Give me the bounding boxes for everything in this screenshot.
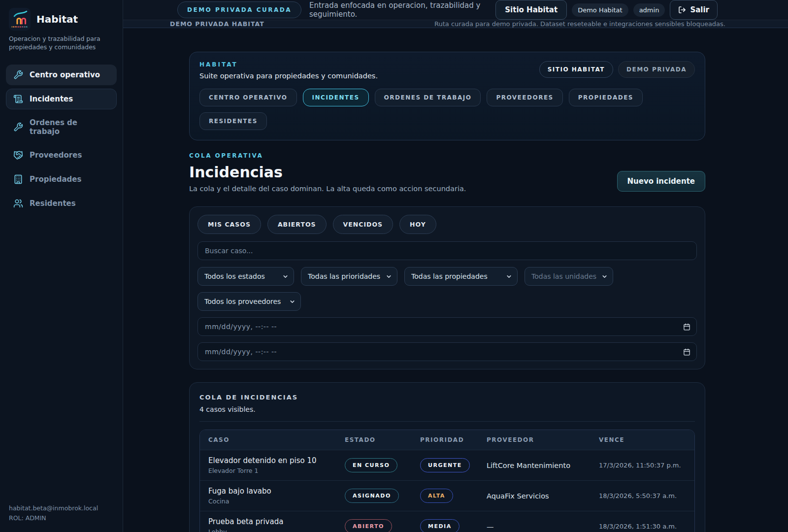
- unidad-select[interactable]: Todas las unidades: [525, 267, 613, 286]
- case-title: Prueba beta privada: [208, 517, 345, 526]
- logout-button[interactable]: Salir: [670, 0, 718, 20]
- status-badge: ASIGNADO: [345, 489, 399, 503]
- sidebar-item-label: Residentes: [30, 199, 76, 208]
- sidebar-item-label: Propiedades: [30, 175, 81, 184]
- page-content: HABITAT Suite operativa para propiedades…: [123, 28, 788, 532]
- wrench-icon: [13, 70, 23, 80]
- incident-table: CASO ESTADO PRIORIDAD PROVEEDOR VENCE El…: [199, 430, 695, 532]
- table-row[interactable]: Prueba beta privada Lobby ABIERTO MEDIA …: [200, 511, 694, 532]
- environment-bar: DEMO PRIVADA HABITAT Ruta curada para de…: [123, 20, 788, 28]
- inmobrok-logo-icon: INMOBROK: [10, 9, 29, 29]
- sidebar-item-label: Proveedores: [30, 151, 82, 160]
- suite-subtitle: Suite operativa para propiedades y comun…: [199, 72, 378, 80]
- sidebar-footer: habitat.beta@inmobrok.local ROL: ADMIN: [6, 503, 117, 523]
- tab-ordenes-de-trabajo[interactable]: ORDENES DE TRABAJO: [375, 89, 481, 106]
- filter-abiertos-button[interactable]: ABIERTOS: [267, 215, 327, 234]
- table-row[interactable]: Elevador detenido en piso 10 Elevador To…: [200, 450, 694, 480]
- estado-select-control[interactable]: Todos los estados: [198, 267, 294, 285]
- due-cell: 18/3/2026, 5:50:37 a.m.: [599, 492, 686, 499]
- sitio-habitat-button[interactable]: Sitio Habitat: [495, 0, 567, 20]
- main-area: DEMO PRIVADA CURADA Entrada enfocada en …: [123, 0, 788, 532]
- tab-residentes[interactable]: RESIDENTES: [199, 112, 267, 130]
- filter-selects-row-2: Todos los proveedores: [197, 292, 697, 311]
- scroll-icon: [13, 94, 23, 104]
- search-input[interactable]: [197, 241, 697, 260]
- column-header-prioridad: PRIORIDAD: [420, 436, 487, 443]
- quick-filters: MIS CASOS ABIERTOS VENCIDOS HOY: [197, 215, 697, 234]
- suite-brand: HABITAT: [199, 61, 378, 68]
- date-to-field[interactable]: [197, 342, 697, 361]
- prioridad-select[interactable]: Todas las prioridades: [301, 267, 397, 286]
- calendar-icon[interactable]: [683, 323, 690, 331]
- brand-row: INMOBROK Habitat: [6, 8, 117, 31]
- filter-hoy-button[interactable]: HOY: [399, 215, 436, 234]
- due-cell: 18/3/2026, 1:51:30 a.m.: [599, 523, 686, 530]
- proveedor-select[interactable]: Todos los proveedores: [197, 292, 301, 311]
- sidebar-item-incidentes[interactable]: Incidentes: [6, 89, 117, 109]
- user-pill: admin: [633, 3, 665, 17]
- sidebar-item-residentes[interactable]: Residentes: [6, 193, 117, 214]
- date-from-field[interactable]: [197, 317, 697, 336]
- logout-label: Salir: [690, 5, 709, 14]
- environment-note: Ruta curada para demo privada. Dataset r…: [434, 20, 725, 28]
- table-row[interactable]: Fuga bajo lavabo Cocina ASIGNADO ALTA Aq…: [200, 480, 694, 511]
- sidebar-item-propiedades[interactable]: Propiedades: [6, 169, 117, 190]
- suite-card: HABITAT Suite operativa para propiedades…: [189, 52, 705, 140]
- queue-title: COLA DE INCIDENCIAS: [199, 394, 695, 401]
- column-header-proveedor: PROVEEDOR: [487, 436, 599, 443]
- priority-badge: URGENTE: [420, 458, 470, 472]
- demo-mode-badge: DEMO PRIVADA CURADA: [177, 1, 301, 18]
- date-to-input[interactable]: [205, 348, 683, 356]
- provider-cell: LiftCore Mantenimiento: [487, 462, 599, 469]
- page-title: Incidencias: [189, 164, 466, 181]
- filters-card: MIS CASOS ABIERTOS VENCIDOS HOY Todos lo…: [189, 206, 705, 369]
- tab-propiedades[interactable]: PROPIEDADES: [569, 89, 643, 106]
- page-eyebrow: COLA OPERATIVA: [189, 152, 466, 159]
- due-cell: 17/3/2026, 11:50:37 p.m.: [599, 462, 686, 469]
- prioridad-select-control[interactable]: Todas las prioridades: [301, 267, 397, 285]
- estado-select[interactable]: Todos los estados: [197, 267, 294, 286]
- sidebar-nav: Centro operativo Incidentes Ordenes de t…: [6, 65, 117, 214]
- new-incident-button[interactable]: Nuevo incidente: [617, 171, 706, 192]
- proveedor-select-control[interactable]: Todos los proveedores: [198, 293, 300, 310]
- handshake-icon: [13, 150, 23, 160]
- tenant-pill: Demo Habitat: [572, 3, 628, 17]
- tab-incidentes[interactable]: INCIDENTES: [303, 89, 369, 106]
- suite-sitio-habitat-button[interactable]: SITIO HABITAT: [539, 61, 613, 78]
- tab-centro-operativo[interactable]: CENTRO OPERATIVO: [199, 89, 297, 106]
- propiedad-select-control[interactable]: Todas las propiedades: [405, 267, 517, 285]
- page-subtitle: La cola y el detalle del caso dominan. L…: [189, 185, 466, 193]
- priority-badge: ALTA: [420, 489, 453, 503]
- sidebar-item-ordenes-de-trabajo[interactable]: Ordenes de trabajo: [6, 113, 117, 141]
- propiedad-select[interactable]: Todas las propiedades: [404, 267, 518, 286]
- case-title: Fuga bajo lavabo: [208, 487, 345, 496]
- app-tagline: Operacion y trazabilidad para propiedade…: [6, 35, 117, 52]
- provider-cell: —: [487, 523, 599, 531]
- calendar-icon[interactable]: [683, 348, 690, 356]
- environment-label: DEMO PRIVADA HABITAT: [170, 20, 264, 28]
- status-badge: EN CURSO: [345, 458, 397, 472]
- case-title: Elevador detenido en piso 10: [208, 456, 345, 465]
- filter-vencidos-button[interactable]: VENCIDOS: [333, 215, 394, 234]
- filter-selects-row: Todos los estados Todas las prioridades: [197, 267, 697, 286]
- sidebar-item-label: Ordenes de trabajo: [30, 118, 109, 136]
- sidebar: INMOBROK Habitat Operacion y trazabilida…: [0, 0, 123, 532]
- sidebar-item-centro-operativo[interactable]: Centro operativo: [6, 65, 117, 85]
- queue-count: 4 casos visibles.: [199, 405, 695, 413]
- divider: [199, 421, 695, 422]
- provider-cell: AquaFix Servicios: [487, 492, 599, 500]
- demo-privada-badge: DEMO PRIVADA: [618, 61, 695, 78]
- sidebar-item-proveedores[interactable]: Proveedores: [6, 145, 117, 166]
- header-description: Entrada enfocada en operacion, trazabili…: [309, 1, 488, 19]
- case-location: Lobby: [208, 528, 345, 532]
- users-icon: [13, 199, 23, 208]
- filter-mis-casos-button[interactable]: MIS CASOS: [197, 215, 261, 234]
- case-location: Elevador Torre 1: [208, 467, 345, 474]
- date-from-input[interactable]: [205, 323, 683, 331]
- tab-proveedores[interactable]: PROVEEDORES: [487, 89, 562, 106]
- page-head: COLA OPERATIVA Incidencias La cola y el …: [189, 152, 705, 193]
- logout-icon: [678, 6, 686, 14]
- user-email: habitat.beta@inmobrok.local: [9, 503, 114, 513]
- suite-tabs: CENTRO OPERATIVO INCIDENTES ORDENES DE T…: [199, 89, 695, 130]
- unidad-select-control[interactable]: Todas las unidades: [525, 267, 613, 285]
